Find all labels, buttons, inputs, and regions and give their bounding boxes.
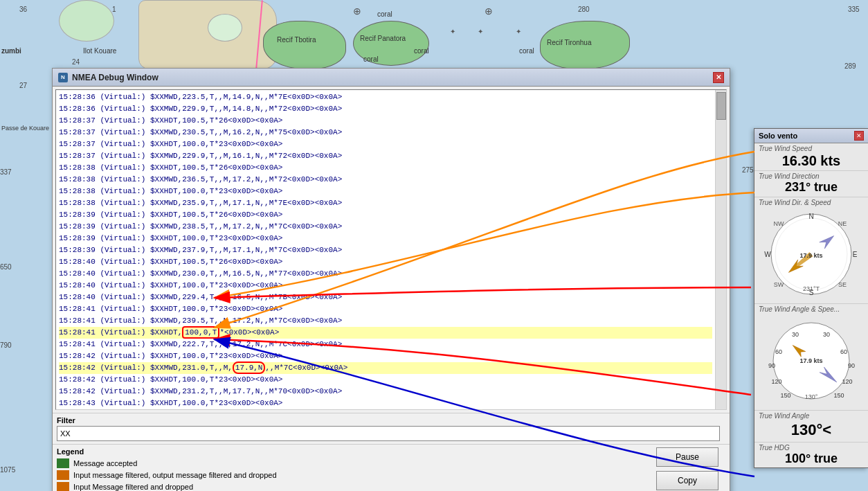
- svg-text:120: 120: [842, 378, 852, 385]
- nmea-line-15: 15:28:40 (Virtual:) $XXHDT,100.5,T*26<0x…: [59, 256, 712, 268]
- nmea-titlebar: N NMEA Debug Window ✕: [53, 69, 730, 87]
- nmea-icon: N: [58, 73, 68, 82]
- svg-text:30: 30: [792, 331, 799, 338]
- svg-text:60: 60: [775, 348, 782, 355]
- map-symbol-4: ✦: [516, 28, 521, 35]
- nmea-line-13: 15:28:39 (Virtual:) $XXHDT,100.0,T*23<0x…: [59, 233, 712, 244]
- map-label: 650: [0, 263, 12, 271]
- legend-left: Legend Message accepted Input message fi…: [57, 447, 642, 491]
- nmea-line-4: 15:28:37 (Virtual:) $XXMWD,230.5,T,,M,16…: [59, 127, 712, 139]
- map-label: 27: [19, 82, 27, 89]
- svg-text:30: 30: [823, 331, 830, 338]
- nmea-title-text: NMEA Debug Window: [72, 73, 159, 82]
- map-label: 36: [19, 6, 27, 13]
- map-symbol-1: ⊕: [353, 6, 361, 17]
- compass-svg: N E S W NE SE NW SW 17.9 kts 231°T: [759, 209, 863, 296]
- nmea-close-button[interactable]: ✕: [713, 72, 724, 83]
- filter-section: Filter: [53, 413, 730, 444]
- legend-title: Legend: [57, 447, 642, 456]
- wind-panel-header: Solo vento ✕: [754, 129, 868, 143]
- angle-gauge-svg: 30 30 60 60 90 90 120 120 150 150 17.9 k…: [759, 316, 863, 402]
- nmea-line-22: 15:28:41 (Virtual:) $XXMWD,222.7,T,,M,17…: [59, 339, 712, 350]
- scrollbar-thumb[interactable]: [716, 92, 726, 120]
- svg-text:N: N: [808, 213, 813, 220]
- wind-panel-close-button[interactable]: ✕: [854, 131, 864, 141]
- nmea-line-8: 15:28:38 (Virtual:) $XXMWD,236.5,T,,M,17…: [59, 174, 712, 186]
- map-label-recif2: Recif Panatora: [360, 35, 406, 42]
- map-label: 337: [0, 168, 12, 176]
- svg-text:17.9 kts: 17.9 kts: [799, 252, 822, 259]
- map-symbol-5: ✦: [478, 28, 483, 35]
- recif-tbotira: [263, 21, 346, 69]
- wind-direction-value: 231° true: [759, 180, 864, 195]
- legend-color-2: [57, 470, 69, 480]
- nmea-title: N NMEA Debug Window: [58, 73, 159, 82]
- land-mass-2: [59, 0, 114, 42]
- wind-speed-section: True Wind Speed 16.30 kts: [754, 143, 868, 171]
- svg-text:SW: SW: [774, 281, 784, 288]
- compass-container: N E S W NE SE NW SW 17.9 kts 231°T: [759, 209, 863, 299]
- wind-angle-compass-label: True Wind Angle & Spee...: [759, 305, 864, 313]
- buttons-section: Pause Copy: [656, 447, 725, 490]
- nmea-scrollbar[interactable]: [715, 90, 726, 409]
- map-symbol-3: ✦: [450, 28, 455, 35]
- map-label-recif3: Recif Tironhua: [547, 39, 591, 46]
- copy-button[interactable]: Copy: [656, 471, 718, 490]
- svg-text:NE: NE: [838, 220, 847, 227]
- nmea-line-17: 15:28:40 (Virtual:) $XXHDT,100.0,T*23<0x…: [59, 280, 712, 292]
- nmea-scroll-area[interactable]: 15:28:36 (Virtual:) $XXMWD,223.5,T,,M,14…: [56, 90, 715, 409]
- legend-text-3: Input Message filtered and dropped: [73, 483, 193, 491]
- wind-angle-value: 130°<: [759, 420, 864, 440]
- nmea-line-27: 15:28:43 (Virtual:) $XXHDT,100.0,T*23<0x…: [59, 398, 712, 409]
- nmea-line-3: 15:28:37 (Virtual:) $XXHDT,100.5,T*26<0x…: [59, 115, 712, 127]
- map-label: 280: [578, 6, 590, 13]
- map-label-passe: Passe de Kouare: [1, 125, 49, 132]
- map-label: 790: [0, 341, 12, 349]
- legend-color-3: [57, 482, 69, 491]
- map-label: 24: [72, 58, 80, 66]
- nmea-line-7: 15:28:38 (Virtual:) $XXHDT,100.5,T*26<0x…: [59, 162, 712, 174]
- nmea-line-24: 15:28:42 (Virtual:) $XXMWD,231.0,T,,M,17…: [59, 362, 712, 374]
- pause-button[interactable]: Pause: [656, 447, 718, 467]
- svg-text:231°T: 231°T: [803, 285, 820, 292]
- nmea-line-14: 15:28:39 (Virtual:) $XXMWD,237.9,T,,M,17…: [59, 244, 712, 256]
- map-label-ilot: Ilot Kouare: [83, 47, 116, 55]
- map-label: 1075: [0, 466, 15, 474]
- filter-input[interactable]: [57, 426, 720, 441]
- map-label: 335: [848, 6, 860, 13]
- map-label: 289: [844, 62, 856, 70]
- wind-compass-section: True Wind Dir. & Speed N E S W NE SE NW …: [754, 197, 868, 304]
- legend-section: Legend Message accepted Input message fi…: [53, 444, 730, 491]
- angle-gauge-container: 30 30 60 60 90 90 120 120 150 150 17.9 k…: [759, 316, 863, 406]
- wind-direction-section: True Wind Direction 231° true: [754, 171, 868, 197]
- wind-direction-label: True Wind Direction: [759, 172, 864, 180]
- svg-text:150: 150: [780, 392, 790, 399]
- svg-text:90: 90: [768, 362, 775, 369]
- legend-item-3: Input Message filtered and dropped: [57, 482, 642, 491]
- map-label-coral1: coral: [377, 10, 392, 18]
- nmea-line-1: 15:28:36 (Virtual:) $XXMWD,223.5,T,,M,14…: [59, 91, 712, 103]
- nmea-line-23: 15:28:42 (Virtual:) $XXHDT,100.0,T*23<0x…: [59, 350, 712, 362]
- map-label-zumbi: zumbi: [1, 47, 21, 55]
- nmea-line-12: 15:28:39 (Virtual:) $XXMWD,238.5,T,,M,17…: [59, 221, 712, 233]
- map-label-coral4: coral: [363, 55, 379, 63]
- nmea-line-5: 15:28:37 (Virtual:) $XXHDT,100.0,T*23<0x…: [59, 139, 712, 150]
- nmea-line-26: 15:28:42 (Virtual:) $XXMWD,231.2,T,,M,17…: [59, 386, 712, 398]
- svg-text:SE: SE: [838, 281, 847, 288]
- nmea-line-19: 15:28:41 (Virtual:) $XXHDT,100.0,T*23<0x…: [59, 303, 712, 315]
- nmea-line-16: 15:28:40 (Virtual:) $XXMWD,230.0,T,,M,16…: [59, 268, 712, 280]
- true-hdg-value: 100° true: [759, 452, 864, 467]
- map-label-recif1: Recif Tbotira: [277, 36, 316, 44]
- wind-angle-value-label: True Wind Angle: [759, 412, 864, 420]
- svg-text:W: W: [764, 251, 771, 258]
- map-label: 1: [112, 6, 116, 13]
- svg-text:90: 90: [848, 362, 855, 369]
- nmea-line-21: 15:28:41 (Virtual:) $XXHDT,100,0,T*<0x0D…: [59, 327, 712, 339]
- nmea-line-25: 15:28:42 (Virtual:) $XXHDT,100.0,T*23<0x…: [59, 374, 712, 386]
- nmea-content-area: 15:28:36 (Virtual:) $XXMWD,223.5,T,,M,14…: [55, 89, 727, 410]
- nmea-line-11: 15:28:39 (Virtual:) $XXHDT,100.5,T*26<0x…: [59, 209, 712, 221]
- filter-label: Filter: [57, 416, 725, 425]
- wind-compass-label: True Wind Dir. & Speed: [759, 199, 864, 206]
- nmea-line-20: 15:28:41 (Virtual:) $XXMWD,239.5,T,,M,17…: [59, 315, 712, 327]
- map-label-coral2: coral: [414, 47, 429, 55]
